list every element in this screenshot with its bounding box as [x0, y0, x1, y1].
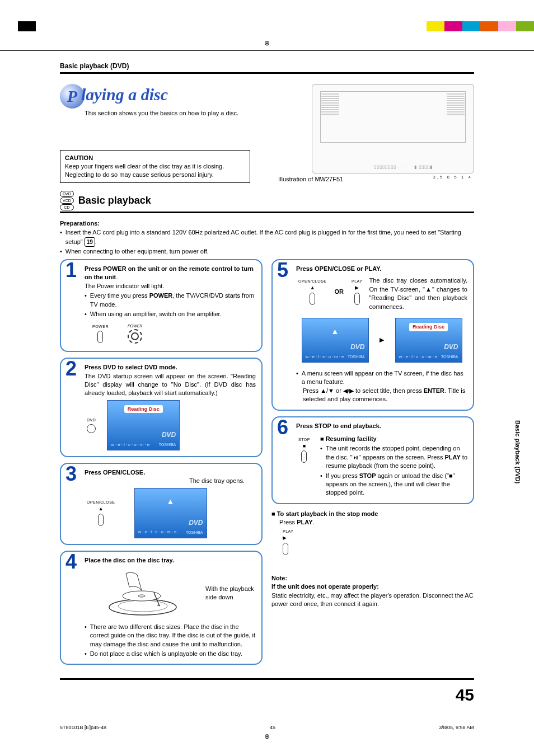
tv-screen-eject: ▲ DVD w·e·l·c·o·m·e TOSHIBA — [302, 318, 369, 363]
tv-illustration: ▯▯▯▯▯▯▯▯ · · · ▮ ▯▯▯▯▮ 3,5 6 5 1 4 — [312, 84, 474, 173]
footer-page: 45 — [270, 725, 275, 730]
caution-box: CAUTION Keep your fingers well clear of … — [60, 150, 250, 183]
step-number: 5 — [277, 260, 288, 280]
section-title-text: laying a disc — [81, 85, 168, 104]
power-indicator-icon: POWER — [128, 323, 142, 344]
caution-title: CAUTION — [65, 154, 93, 161]
svg-point-0 — [109, 599, 176, 615]
page-number: 45 — [456, 685, 474, 705]
step-number: 2 — [65, 359, 77, 379]
prep-bullet-2: When connecting to other equipment, turn… — [60, 247, 474, 256]
step-2: 2 Press DVD to select DVD mode. The DVD … — [60, 358, 263, 457]
svg-point-1 — [118, 600, 167, 612]
step-title: Press POWER on the unit or on the remote… — [85, 265, 254, 280]
prep-label: Preparations: — [60, 220, 100, 227]
play-button-icon: PLAY ▶ — [283, 529, 472, 555]
or-label: OR — [335, 288, 344, 296]
side-tab: Basic playback (DVD) — [514, 420, 521, 483]
footer-info: 5T80101B [E]p45-48 45 3/8/05, 9:58 AM — [60, 725, 474, 730]
tv-screen-reading-disc: Reading Disc DVD w·e·l·c·o·m·e TOSHIBA — [107, 400, 180, 450]
step-number: 3 — [65, 464, 77, 484]
section-subtitle: This section shows you the basics on how… — [85, 110, 256, 116]
caution-body: Keep your fingers well clear of the disc… — [65, 163, 224, 178]
pill-vcd: VCD — [60, 198, 74, 204]
footer-timestamp: 3/8/05, 9:58 AM — [439, 725, 474, 730]
open-close-button-icon: OPEN/CLOSE ▲ — [87, 500, 115, 525]
step-title: Press OPEN/CLOSE or PLAY. — [296, 265, 381, 272]
print-color-tabs — [0, 21, 534, 38]
step-number: 6 — [277, 417, 288, 438]
note-body: Static electricity, etc., may affect the… — [271, 591, 474, 609]
preparations: Preparations: Insert the AC cord plug in… — [60, 219, 474, 256]
tv-panel-buttons: ▯▯▯▯▯▯▯▯ · · · ▮ ▯▯▯▯▮ — [374, 165, 433, 170]
header-rule — [60, 72, 474, 74]
open-close-button-icon: OPEN/CLOSE ▲ — [298, 279, 327, 304]
page-content: Basic playback (DVD) Playing a disc This… — [60, 62, 474, 680]
tv-screen-area — [320, 91, 466, 143]
dvd-button-icon: DVD — [87, 417, 96, 433]
top-rule — [0, 50, 534, 51]
step-1: 1 Press POWER on the unit or on the remo… — [60, 259, 263, 352]
step-title: Press DVD to select DVD mode. — [85, 364, 177, 370]
step-4: 4 Place the disc on the disc tray. — [60, 551, 263, 665]
section-title: Playing a disc — [60, 84, 256, 109]
step-number: 1 — [65, 260, 77, 280]
step-3: 3 Press OPEN/CLOSE. The disc tray opens.… — [60, 463, 263, 545]
start-playback-stop-mode: To start playback in the stop mode Press… — [271, 510, 474, 557]
header-label: Basic playback (DVD) — [60, 62, 474, 70]
step-title: Press STOP to end playback. — [296, 422, 381, 429]
step-text: The DVD startup screen will appear on th… — [85, 373, 256, 397]
play-button-icon: PLAY ▶ — [352, 279, 362, 304]
step-number: 4 — [65, 552, 77, 572]
subhead: Basic playback — [78, 195, 151, 206]
subhead-rule — [60, 212, 474, 213]
step-side-text: With the playback side down — [205, 585, 256, 602]
media-format-icons: DVD VCD CD — [60, 191, 74, 210]
step-title: Press OPEN/CLOSE. — [85, 469, 145, 476]
note-label: Note: — [271, 574, 474, 583]
page-ref-icon: 19 — [85, 237, 95, 247]
pill-dvd: DVD — [60, 191, 74, 197]
resume-title: ■ Resuming facility — [320, 435, 467, 443]
registration-mark-top: ⊕ — [0, 39, 534, 47]
arrow-icon — [380, 336, 384, 344]
step-title: Place the disc on the disc tray. — [85, 557, 174, 564]
page-number-rule — [60, 678, 474, 680]
note-block: Note: If the unit does not operate prope… — [271, 574, 474, 609]
prep-bullet-1: Insert the AC cord plug into a standard … — [60, 228, 474, 247]
disc-tray-illustration — [98, 568, 188, 618]
step-text: The Power indicator will light. — [85, 283, 164, 289]
tv-screen-reading-disc: Reading Disc DVD w·e·l·c·o·m·e TOSHIBA — [395, 318, 462, 363]
step-6: 6 Press STOP to end playback. STOP ■ ■ R… — [271, 416, 474, 504]
registration-mark-bottom: ⊕ — [0, 732, 534, 740]
power-button-icon: POWER — [92, 324, 109, 343]
pill-cd: CD — [60, 204, 74, 210]
note-title: If the unit does not operate properly: — [271, 583, 474, 591]
tv-screen-eject: ▲ DVD w·e·l·c·o·m·e TOSHIBA — [134, 488, 207, 538]
stop-button-icon: STOP ■ — [298, 437, 310, 495]
tv-callout-numbers: 3,5 6 5 1 4 — [433, 175, 472, 180]
footer-doc-id: 5T80101B [E]p45-48 — [60, 725, 106, 730]
step-5: 5 Press OPEN/CLOSE or PLAY. OPEN/CLOSE ▲… — [271, 259, 474, 411]
step-text: The disc tray closes automatically. On t… — [369, 277, 467, 309]
